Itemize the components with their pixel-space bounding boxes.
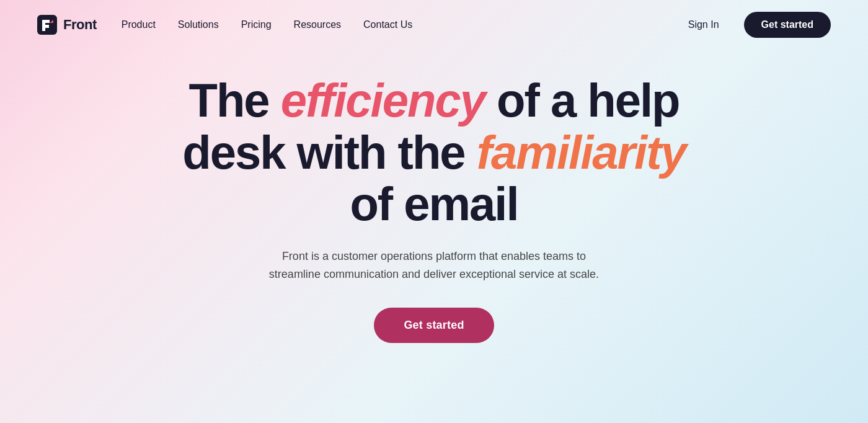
hero-title-part1: The [188,74,280,127]
nav-right: Sign In Get started [678,12,831,38]
nav-link-pricing[interactable]: Pricing [241,19,272,30]
logo[interactable]: Front [37,15,97,35]
logo-text: Front [63,17,97,33]
hero-title-efficiency: efficiency [281,74,485,127]
hero-subtitle: Front is a customer operations platform … [260,247,608,283]
front-logo-icon [37,15,57,35]
navbar: Front Product Solutions Pricing Resource… [0,0,868,50]
get-started-nav-button[interactable]: Get started [744,12,831,38]
nav-link-product[interactable]: Product [122,19,156,30]
nav-links: Product Solutions Pricing Resources Cont… [122,19,413,30]
hero-cta-button[interactable]: Get started [374,308,494,343]
nav-link-contact-us[interactable]: Contact Us [363,19,412,30]
hero-section: The efficiency of a helpdesk with the fa… [0,50,868,343]
nav-link-solutions[interactable]: Solutions [178,19,219,30]
sign-in-button[interactable]: Sign In [678,14,729,35]
hero-title-familiarity: familiarity [477,126,686,179]
hero-title-part3: of email [350,177,518,230]
nav-link-resources[interactable]: Resources [294,19,341,30]
hero-title: The efficiency of a helpdesk with the fa… [182,74,686,230]
